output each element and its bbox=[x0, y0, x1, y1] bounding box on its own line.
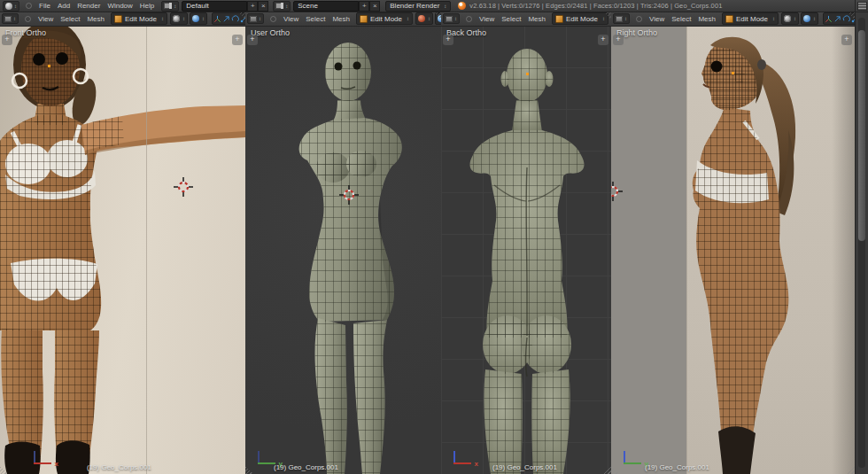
pivot-dropdown[interactable]: ↕ bbox=[801, 12, 818, 25]
scene-statistics: v2.63.18 | Verts:0/1276 | Edges:0/2481 |… bbox=[469, 2, 722, 10]
wall-corner-line bbox=[146, 26, 147, 474]
menu-mesh[interactable]: Mesh bbox=[329, 15, 353, 23]
menu-view[interactable]: View bbox=[280, 15, 302, 23]
mode-dropdown[interactable]: Edit Mode ↕ bbox=[111, 12, 167, 25]
menu-mesh[interactable]: Mesh bbox=[83, 15, 108, 23]
toolshelf-toggle[interactable]: + bbox=[613, 35, 624, 45]
scene-name-field[interactable]: Scene bbox=[293, 1, 359, 12]
pivot-point-icon bbox=[192, 15, 199, 22]
menu-window[interactable]: Window bbox=[104, 2, 136, 10]
manipulator-rotate-button[interactable] bbox=[841, 14, 850, 24]
editor-type-button[interactable]: ↕ bbox=[2, 13, 19, 24]
menu-select[interactable]: Select bbox=[498, 15, 524, 23]
toolshelf-toggle[interactable]: + bbox=[443, 35, 453, 45]
screen-layout-name-field[interactable]: Default bbox=[182, 1, 247, 12]
editor-type-button[interactable]: ↕ bbox=[3, 1, 19, 12]
collapse-menus-button[interactable] bbox=[636, 16, 642, 22]
mode-label: Edit Mode bbox=[370, 15, 402, 23]
properties-panel-toggle[interactable]: + bbox=[232, 35, 243, 45]
user-ortho-mesh-figure bbox=[245, 26, 441, 474]
viewport-front[interactable]: ↕ View Select Mesh Edit Mode ↕ ↕ ↕ bbox=[0, 12, 245, 474]
3d-cursor[interactable] bbox=[174, 177, 193, 197]
menu-view[interactable]: View bbox=[646, 15, 668, 23]
scene-dropdown[interactable]: ↕ bbox=[273, 1, 291, 12]
editor-type-button[interactable]: ↕ bbox=[247, 13, 264, 24]
dropdown-arrow-icon: ↕ bbox=[285, 4, 288, 9]
menu-select[interactable]: Select bbox=[668, 15, 694, 23]
dropdown-arrow-icon: ↕ bbox=[813, 16, 816, 21]
mode-label: Edit Mode bbox=[736, 15, 768, 23]
mode-dropdown[interactable]: Edit Mode ↕ bbox=[722, 12, 779, 25]
pivot-dropdown[interactable]: ↕ bbox=[190, 12, 207, 25]
screen-layout-dropdown[interactable]: ↕ bbox=[161, 1, 179, 12]
menu-select[interactable]: Select bbox=[57, 15, 83, 23]
mini-axis-gizmo: y bbox=[622, 447, 647, 466]
properties-panel-toggle[interactable]: + bbox=[598, 35, 608, 45]
render-engine-dropdown[interactable]: Blender Render ↕ bbox=[385, 1, 451, 12]
dropdown-arrow-icon: ↕ bbox=[407, 16, 409, 21]
collapse-menus-button[interactable] bbox=[270, 16, 276, 22]
menu-mesh[interactable]: Mesh bbox=[694, 15, 719, 23]
collapse-menus-button[interactable] bbox=[466, 16, 472, 22]
viewport-canvas[interactable]: User Ortho + y (19) Geo_Corps.001 bbox=[245, 26, 441, 474]
pivot-point-icon bbox=[803, 15, 810, 22]
menu-select[interactable]: Select bbox=[302, 15, 329, 23]
properties-panel-toggle[interactable]: + bbox=[841, 35, 852, 45]
3d-cursor[interactable] bbox=[611, 182, 623, 201]
add-scene-button[interactable]: + bbox=[359, 1, 369, 12]
viewport-shading-icon bbox=[173, 15, 180, 22]
manipulator-translate-button[interactable] bbox=[221, 14, 230, 24]
add-screen-layout-button[interactable]: + bbox=[247, 1, 258, 12]
mode-label: Edit Mode bbox=[566, 15, 598, 23]
shading-dropdown[interactable]: ↕ bbox=[781, 12, 799, 25]
toolshelf-toggle[interactable]: + bbox=[2, 35, 12, 45]
mini-axis-gizmo: x bbox=[452, 447, 477, 466]
menu-view[interactable]: View bbox=[35, 15, 57, 23]
back-ortho-mesh-figure bbox=[441, 26, 611, 474]
scene-icon bbox=[275, 3, 283, 9]
dropdown-arrow-icon: ↕ bbox=[772, 16, 775, 21]
properties-editor-strip[interactable] bbox=[855, 0, 868, 474]
collapse-menus-button[interactable] bbox=[25, 16, 31, 22]
menu-render[interactable]: Render bbox=[74, 2, 104, 10]
mode-dropdown[interactable]: Edit Mode ↕ bbox=[356, 12, 413, 25]
menu-help[interactable]: Help bbox=[136, 2, 158, 10]
viewport-back[interactable]: ↕ View Select Mesh Edit Mode ↕ ↕ bbox=[441, 12, 611, 474]
edit-mode-icon bbox=[555, 15, 563, 23]
toolshelf-toggle[interactable]: + bbox=[247, 35, 258, 45]
menu-add[interactable]: Add bbox=[54, 2, 74, 10]
menu-file[interactable]: File bbox=[35, 2, 54, 10]
delete-screen-layout-button[interactable]: × bbox=[258, 1, 268, 12]
viewport-user[interactable]: ↕ View Select Mesh Edit Mode ↕ ↕ ↕ bbox=[245, 12, 441, 474]
viewport-canvas[interactable]: Front Ortho + + x (19) Geo_Corps.001 bbox=[0, 26, 245, 474]
shading-dropdown[interactable]: ↕ bbox=[170, 12, 188, 25]
editor-type-button[interactable]: ↕ bbox=[443, 13, 460, 24]
viewport-canvas[interactable]: Right Ortho + + y (19) Geo_Corps.001 bbox=[611, 26, 855, 474]
viewport-right[interactable]: ↕ View Select Mesh Edit Mode ↕ ↕ ↕ bbox=[611, 12, 855, 474]
manipulator-axis-button[interactable] bbox=[213, 14, 221, 24]
editor-type-button[interactable]: ↕ bbox=[613, 13, 630, 24]
viewport-canvas[interactable]: Back Ortho + + x (19) Geo_Corps.001 bbox=[441, 26, 611, 474]
manipulator-axis-button[interactable] bbox=[824, 14, 833, 24]
menu-mesh[interactable]: Mesh bbox=[524, 15, 549, 23]
collapse-menus-button[interactable] bbox=[26, 3, 32, 9]
manipulator-translate-button[interactable] bbox=[833, 14, 841, 24]
mode-label: Edit Mode bbox=[125, 15, 157, 23]
viewport-header[interactable]: ↕ View Select Mesh Edit Mode ↕ ↕ ↕ bbox=[245, 12, 441, 27]
menu-view[interactable]: View bbox=[476, 15, 498, 23]
viewport-header[interactable]: ↕ View Select Mesh Edit Mode ↕ ↕ ↕ bbox=[611, 12, 855, 27]
delete-scene-button[interactable]: × bbox=[369, 1, 380, 12]
dropdown-arrow-icon: ↕ bbox=[161, 16, 164, 21]
manipulator-rotate-button[interactable] bbox=[230, 14, 239, 24]
viewport-header[interactable]: ↕ View Select Mesh Edit Mode ↕ ↕ ↕ bbox=[0, 12, 245, 27]
mode-dropdown[interactable]: Edit Mode ↕ bbox=[552, 12, 608, 25]
properties-editor-header[interactable] bbox=[856, 0, 868, 12]
3d-cursor[interactable] bbox=[339, 185, 359, 205]
shading-dropdown[interactable]: ↕ bbox=[415, 12, 433, 25]
viewport-header[interactable]: ↕ View Select Mesh Edit Mode ↕ ↕ bbox=[441, 12, 611, 27]
edit-mode-icon bbox=[114, 15, 122, 23]
axis-letter: x bbox=[475, 460, 478, 468]
scrollbar-thumb[interactable] bbox=[858, 30, 865, 241]
scrollbar-track[interactable] bbox=[858, 18, 865, 468]
side-reference-figure bbox=[611, 26, 855, 474]
